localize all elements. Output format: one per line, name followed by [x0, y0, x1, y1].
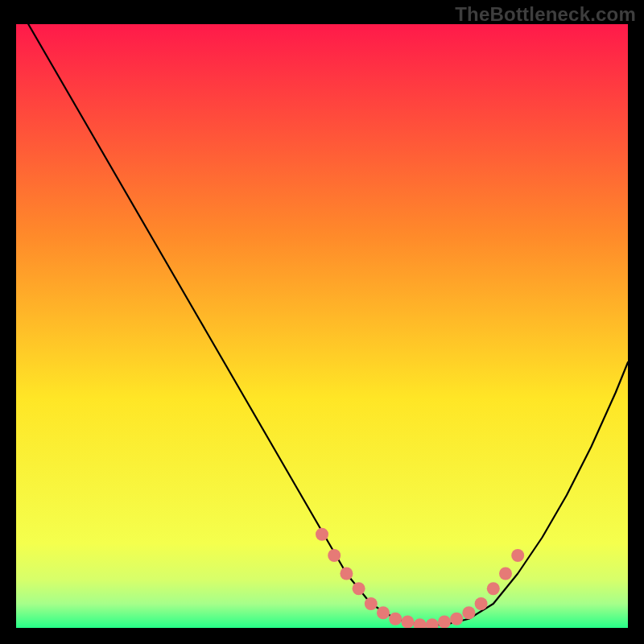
data-marker: [438, 616, 451, 629]
data-marker: [328, 549, 341, 562]
chart-container: TheBottleneck.com: [0, 0, 644, 644]
data-marker: [377, 606, 390, 619]
chart-svg: [16, 24, 628, 628]
data-marker: [462, 606, 475, 619]
data-marker: [316, 528, 328, 541]
watermark-text: TheBottleneck.com: [455, 3, 636, 26]
data-marker: [475, 597, 488, 610]
data-marker: [401, 616, 414, 629]
data-marker: [340, 568, 353, 580]
data-marker: [450, 613, 463, 625]
plot-area: [16, 24, 628, 628]
data-marker: [353, 582, 365, 595]
data-marker: [511, 549, 524, 562]
data-marker: [487, 582, 500, 595]
data-marker: [365, 597, 378, 610]
data-marker: [389, 613, 402, 625]
data-marker: [499, 568, 512, 580]
